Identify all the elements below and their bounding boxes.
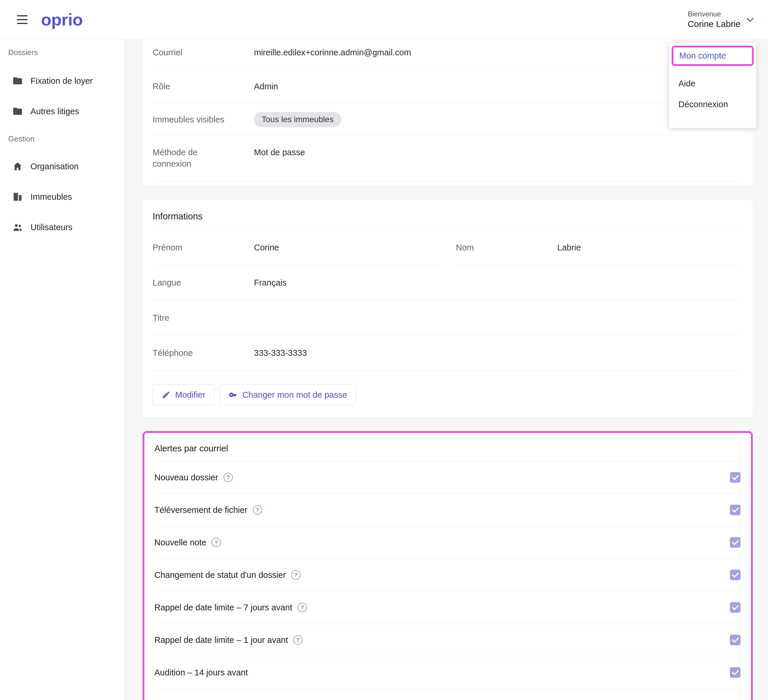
field-label: Méthode de connexion [153, 147, 232, 169]
user-name: Corine Labrie [688, 19, 741, 29]
alert-row-nouvelle-note: Nouvelle note [154, 526, 741, 559]
name-fields-row: Prénom Corine Nom Labrie [153, 230, 743, 265]
field-value: mireille.edilex+corinne.admin@gmail.com [254, 47, 411, 58]
alert-label: Audition – 14 jours avant [154, 668, 248, 678]
change-password-button[interactable]: Changer mon mot de passe [220, 384, 356, 405]
alert-checkbox[interactable] [730, 537, 741, 548]
field-value: Labrie [557, 242, 581, 253]
user-menu-trigger[interactable]: Bienvenue Corine Labrie [688, 10, 755, 29]
field-value: Mot de passe [254, 147, 305, 158]
modify-button-label: Modifier [175, 390, 205, 400]
card-title: Alertes par courriel [154, 433, 741, 461]
alert-row-audition-1-jour: Audition – 1 jour avant [154, 689, 741, 700]
welcome-label: Bienvenue [688, 10, 741, 18]
field-value: Admin [254, 81, 278, 92]
help-icon[interactable] [253, 505, 262, 515]
field-telephone: Téléphone 333-333-3333 [153, 336, 743, 371]
field-label: Courriel [153, 47, 232, 58]
field-value: Français [254, 277, 286, 289]
alert-checkbox[interactable] [730, 472, 741, 483]
account-row-role: Rôle Admin [153, 70, 743, 104]
alert-label: Nouveau dossier [154, 473, 218, 483]
immeubles-chip: Tous les immeubles [254, 112, 341, 127]
sidebar-section-gestion: Gestion [0, 126, 125, 151]
account-row-immeubles-visibles: Immeubles visibles Tous les immeubles [153, 104, 743, 136]
sidebar-item-fixation-de-loyer[interactable]: Fixation de loyer [0, 66, 125, 96]
account-row-methode-connexion: Méthode de connexion Mot de passe [153, 136, 743, 181]
sidebar-item-label: Immeubles [30, 192, 72, 202]
key-icon [229, 390, 238, 399]
field-nom: Nom Labrie [456, 230, 743, 265]
alert-checkbox[interactable] [730, 505, 741, 515]
app-logo[interactable]: oprio [41, 10, 83, 29]
folder-icon [12, 75, 23, 86]
sidebar-item-label: Utilisateurs [30, 222, 72, 232]
chevron-down-icon [745, 14, 755, 25]
card-title: Informations [153, 200, 743, 230]
alert-label: Nouvelle note [154, 538, 206, 547]
modify-button[interactable]: Modifier [153, 384, 214, 405]
field-label: Téléphone [153, 347, 232, 359]
home-icon [12, 161, 23, 172]
field-label: Titre [153, 312, 232, 324]
menu-toggle-button[interactable] [17, 15, 29, 24]
sidebar-item-immeubles[interactable]: Immeubles [0, 182, 125, 212]
alert-row-changement-statut: Changement de statut d'un dossier [154, 559, 741, 591]
app-header: oprio Bienvenue Corine Labrie [0, 0, 768, 39]
field-label: Langue [153, 277, 232, 289]
field-label: Prénom [153, 242, 232, 253]
sidebar-item-utilisateurs[interactable]: Utilisateurs [0, 212, 125, 243]
alert-row-nouveau-dossier: Nouveau dossier [154, 461, 741, 494]
alert-row-rappel-7-jours: Rappel de date limite – 7 jours avant [154, 591, 741, 624]
menu-item-deconnexion[interactable]: Déconnexion [669, 99, 756, 120]
alert-row-audition-14-jours: Audition – 14 jours avant [154, 656, 741, 689]
sidebar-item-organisation[interactable]: Organisation [0, 151, 125, 182]
alert-checkbox[interactable] [730, 635, 741, 645]
menu-item-mon-compte[interactable]: Mon compte [672, 46, 754, 66]
field-label: Nom [456, 242, 536, 253]
field-langue: Langue Français [153, 265, 743, 300]
main-content: Courriel mireille.edilex+corinne.admin@g… [125, 39, 768, 700]
sidebar: Dossiers Fixation de loyer Autres litige… [0, 39, 125, 700]
alert-checkbox[interactable] [730, 602, 741, 613]
alert-label: Rappel de date limite – 1 jour avant [154, 635, 288, 645]
account-card: Courriel mireille.edilex+corinne.admin@g… [142, 39, 753, 187]
field-label: Immeubles visibles [153, 114, 232, 125]
annotation-highlight-alerts: Alertes par courriel Nouveau dossier Tél… [142, 431, 753, 700]
sidebar-item-label: Organisation [30, 162, 78, 171]
account-actions: Modifier Changer mon mot de passe [153, 384, 743, 405]
field-titre: Titre [153, 300, 743, 336]
change-password-button-label: Changer mon mot de passe [242, 390, 347, 400]
alert-row-televersement-fichier: Téléversement de fichier [154, 494, 741, 526]
help-icon[interactable] [224, 473, 233, 482]
folder-icon [12, 106, 23, 117]
email-alerts-card: Alertes par courriel Nouveau dossier Tél… [144, 433, 751, 700]
sidebar-item-autres-litiges[interactable]: Autres litiges [0, 96, 125, 126]
sidebar-item-label: Autres litiges [30, 107, 79, 116]
pencil-icon [162, 390, 170, 399]
field-value: 333-333-3333 [254, 347, 307, 359]
alert-label: Rappel de date limite – 7 jours avant [154, 603, 292, 612]
sidebar-item-label: Fixation de loyer [30, 76, 93, 86]
alert-row-rappel-1-jour: Rappel de date limite – 1 jour avant [154, 624, 741, 656]
alert-label: Changement de statut d'un dossier [154, 570, 286, 580]
alert-label: Téléversement de fichier [154, 505, 248, 515]
help-icon[interactable] [291, 570, 301, 580]
field-label: Rôle [153, 81, 232, 92]
help-icon[interactable] [298, 603, 307, 612]
field-value: Corine [254, 242, 279, 253]
account-row-courriel: Courriel mireille.edilex+corinne.admin@g… [153, 39, 743, 70]
field-prenom: Prénom Corine [153, 230, 440, 265]
alert-checkbox[interactable] [730, 667, 741, 678]
users-icon [12, 222, 23, 233]
informations-card: Informations Prénom Corine Nom Labrie La… [142, 200, 753, 418]
sidebar-section-dossiers: Dossiers [0, 39, 125, 66]
building-icon [12, 192, 23, 202]
user-dropdown-menu: Mon compte Aide Déconnexion [669, 43, 756, 128]
menu-item-aide[interactable]: Aide [669, 68, 756, 99]
alert-checkbox[interactable] [730, 570, 741, 580]
help-icon[interactable] [211, 538, 221, 547]
help-icon[interactable] [293, 635, 302, 645]
